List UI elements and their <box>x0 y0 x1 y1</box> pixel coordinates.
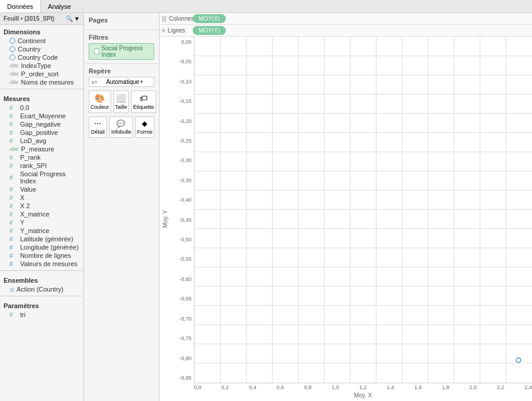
sidebar-item-country[interactable]: Country <box>0 45 83 53</box>
globe-icon <box>9 38 15 44</box>
hash-icon: # <box>9 154 18 161</box>
measures-title: Mesures <box>0 92 83 104</box>
sidebar-item-lod[interactable]: # LoD_avg <box>0 137 83 145</box>
hash-icon: # <box>9 130 18 136</box>
x-tick: 0,2 <box>222 384 229 390</box>
sidebar-item-p-order-sort[interactable]: Abc P_order_sort <box>0 70 83 78</box>
sidebar-item-y-matrice[interactable]: # Y_matrice <box>0 227 83 235</box>
sidebar-item-x[interactable]: # X <box>0 193 83 202</box>
sidebar-item-longitude[interactable]: # Longitude (générée) <box>0 243 83 251</box>
sidebar-item-action-country[interactable]: ⊙ Action (Country) <box>0 285 83 293</box>
y-ticks: 0,00 -0,05 -0,10 -0,15 -0,20 -0,25 -0,30… <box>170 37 194 383</box>
sidebar-item-gap-pos[interactable]: # Gap_positive <box>0 128 83 137</box>
mark-infobulle[interactable]: 💬 Infobulle <box>109 117 133 138</box>
parametres-title: Paramètres <box>0 299 83 311</box>
sidebar-item-label: LoD_avg <box>20 137 46 144</box>
grid-svg <box>194 37 532 383</box>
y-tick: -0,55 <box>179 256 192 262</box>
abc-icon: Abc <box>9 71 19 77</box>
x-tick: 0,0 <box>194 384 202 390</box>
filter-checkbox[interactable] <box>94 48 99 54</box>
sidebar-item-index-type[interactable]: Abc IndexType <box>0 62 83 70</box>
sidebar-item-label: tri <box>20 311 25 318</box>
expand-icon[interactable]: ▼ <box>74 15 80 22</box>
mark-taille[interactable]: ⬜ Taille <box>113 90 129 113</box>
sidebar-item-valeurs[interactable]: # Valeurs de mesures <box>0 260 83 268</box>
top-bar: Données Analyse <box>0 0 532 13</box>
columns-row: ||| Colonnes MOY(X) <box>160 13 532 25</box>
sidebar-item-label: Value <box>20 186 36 193</box>
taille-icon: ⬜ <box>116 93 126 103</box>
sidebar-item-label: IndexType <box>21 62 51 69</box>
sidebar-item-country-code[interactable]: Country Code <box>0 53 83 62</box>
hash-blue-icon: # <box>9 244 18 251</box>
mark-detail[interactable]: ⋯ Détail <box>89 117 107 138</box>
hash-icon: # <box>9 105 18 111</box>
y-tick: -0,40 <box>179 197 192 203</box>
sidebar-item-label: Y <box>20 219 24 226</box>
middle-panel: Pages Filtres Social Progress Index Repè… <box>84 13 160 401</box>
sidebar-item-label: Continent <box>18 37 46 44</box>
mark-label: Étiquette <box>133 104 154 110</box>
x-axis-title: Moy. X <box>354 391 372 400</box>
sidebar-item-spi[interactable]: # Social Progress Index <box>0 170 83 185</box>
hash-icon: # <box>9 211 18 218</box>
sidebar-item-x2[interactable]: # X 2 <box>0 202 83 210</box>
sidebar-item-label: rank_SPI <box>20 162 47 169</box>
sidebar-item-label: 0.0 <box>20 104 29 111</box>
sidebar-item-value[interactable]: # Value <box>0 185 83 193</box>
globe-icon <box>9 46 15 52</box>
tab-analyse[interactable]: Analyse <box>41 0 78 12</box>
hash-icon: # <box>9 121 18 128</box>
hash-icon: # <box>9 203 18 209</box>
repere-title: Repère <box>84 64 159 77</box>
mark-forme[interactable]: ◆ Forme <box>135 117 154 138</box>
tab-donnees[interactable]: Données <box>0 0 41 12</box>
x-tick: 2,4 <box>524 384 532 390</box>
sidebar-item-noms-mesures[interactable]: Abc Noms de mesures <box>0 78 83 86</box>
sidebar-item-label: P_order_sort <box>21 70 59 77</box>
sidebar-item-label: Gap_positive <box>20 129 58 136</box>
rows-pill[interactable]: MOY(Y) <box>193 26 226 35</box>
sidebar-item-latitude[interactable]: # Latitude (générée) <box>0 235 83 243</box>
y-tick: -0,70 <box>179 316 192 322</box>
dropdown-arrow-icon: ▼ <box>140 79 151 85</box>
hash-icon: # <box>9 228 18 234</box>
sidebar-item-0[interactable]: # 0.0 <box>0 104 83 112</box>
mark-label: Détail <box>91 129 105 135</box>
filter-chip-spi[interactable]: Social Progress Index <box>89 43 154 60</box>
y-tick: -0,45 <box>179 217 192 223</box>
columns-label: ||| Colonnes <box>162 15 193 22</box>
x-tick: 1,2 <box>359 384 367 390</box>
filtres-title: Filtres <box>89 34 154 41</box>
plot-area <box>194 37 532 383</box>
y-tick: -0,25 <box>179 138 192 144</box>
sidebar-item-label: X 2 <box>20 202 30 209</box>
sidebar-item-nb-lignes[interactable]: # Nombre de lignes <box>0 251 83 260</box>
search-icon[interactable]: 🔍 <box>66 15 73 22</box>
chart-area: ||| Colonnes MOY(X) ≡ Lignes MOY(Y) Moy.… <box>160 13 532 401</box>
sidebar-item-continent[interactable]: Continent <box>0 37 83 45</box>
divider1 <box>0 89 83 89</box>
mark-label: Couleur <box>90 104 109 110</box>
sidebar-item-label: Country <box>18 46 41 53</box>
mark-couleur[interactable]: 🎨 Couleur <box>89 90 111 113</box>
sidebar-item-tri[interactable]: # tri <box>0 311 83 319</box>
x-tick: 2,2 <box>497 384 505 390</box>
sidebar-item-gap-neg[interactable]: # Gap_negative <box>0 120 83 128</box>
main-layout: Feuill • (2015_SPI) 🔍 ▼ Dimensions Conti… <box>0 13 532 401</box>
marks-grid-top: 🎨 Couleur ⬜ Taille 🏷 Étiquette <box>84 90 159 117</box>
x-tick: 1,6 <box>414 384 422 390</box>
columns-pill[interactable]: MOY(X) <box>193 14 226 23</box>
sidebar-item-y[interactable]: # Y <box>0 218 83 227</box>
set-icon: ⊙ <box>9 286 14 293</box>
sidebar-item-label: Action (Country) <box>17 286 63 293</box>
sidebar-item-x-matrice[interactable]: # X_matrice <box>0 210 83 218</box>
sidebar-item-p-rank[interactable]: # P_rank <box>0 153 83 161</box>
x-plus-icon: x+ <box>92 79 103 85</box>
sidebar-item-p-measure[interactable]: Abc P_measure <box>0 145 83 153</box>
sidebar-item-ecart[interactable]: # Ecart_Moyenne <box>0 112 83 120</box>
mark-etiquette[interactable]: 🏷 Étiquette <box>131 90 156 113</box>
automatique-select[interactable]: x+ Automatique ▼ <box>89 77 154 87</box>
sidebar-item-rank-spi[interactable]: # rank_SPI <box>0 161 83 170</box>
